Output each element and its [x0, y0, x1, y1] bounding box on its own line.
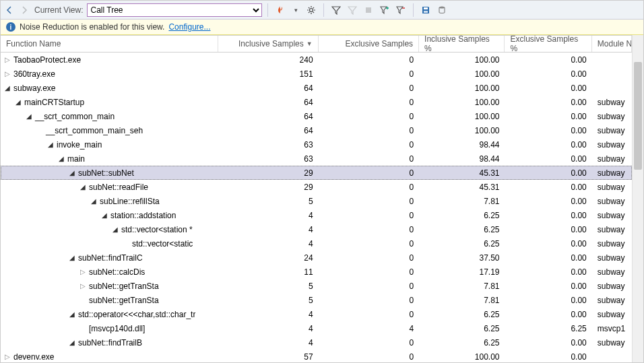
- current-view-label: Current View:: [33, 5, 84, 15]
- exclusive-samples: 0: [319, 197, 419, 206]
- inclusive-pct: 6.25: [419, 225, 505, 234]
- header-function-name[interactable]: Function Name: [1, 36, 218, 52]
- module-name: subway: [592, 253, 632, 263]
- tree-row[interactable]: ▷subNet::getTranSta507.810.00subway: [1, 293, 632, 307]
- expander-open-icon[interactable]: ◢: [14, 98, 22, 106]
- vertical-scrollbar[interactable]: [632, 35, 643, 362]
- tree-row[interactable]: ◢subLine::refillSta507.810.00subway: [1, 194, 632, 208]
- tree-row[interactable]: ◢subNet::findTrailC24037.500.00subway: [1, 251, 632, 265]
- header-module-name[interactable]: Module N: [592, 36, 632, 52]
- scrollbar-thumb[interactable]: [634, 62, 642, 170]
- svg-rect-1: [366, 7, 371, 13]
- expander-open-icon[interactable]: ◢: [68, 339, 75, 346]
- function-name: subway.exe: [13, 84, 55, 93]
- arrow-right-icon: [20, 6, 28, 14]
- expander-open-icon[interactable]: ◢: [68, 254, 75, 261]
- tree-row[interactable]: ◢station::addstation406.250.00subway: [1, 208, 632, 222]
- inclusive-pct: 100.00: [419, 84, 505, 93]
- exclusive-pct: 0.00: [505, 310, 591, 319]
- save-button[interactable]: [419, 3, 432, 17]
- expander-open-icon[interactable]: ◢: [3, 84, 11, 92]
- expander-open-icon[interactable]: ◢: [90, 197, 97, 205]
- expander-open-icon[interactable]: ◢: [100, 211, 108, 219]
- tree-row[interactable]: ◢subway.exe640100.000.00: [1, 81, 632, 95]
- expander-open-icon[interactable]: ◢: [79, 183, 86, 191]
- function-name: __scrt_common_main_seh: [46, 126, 143, 135]
- expander-open-icon[interactable]: ◢: [68, 169, 75, 176]
- tree-row[interactable]: ▷subNet::calcDis11017.190.00subway: [1, 265, 632, 279]
- tree-row[interactable]: ▷TaobaoProtect.exe2400100.000.00: [1, 53, 632, 67]
- hot-path-dropdown[interactable]: ▾: [290, 4, 302, 16]
- nav-back-button[interactable]: [3, 4, 15, 16]
- expander-closed-icon[interactable]: ▷: [3, 56, 11, 63]
- exclusive-pct: 0.00: [505, 338, 591, 348]
- exclusive-pct: 0.00: [505, 183, 591, 192]
- expander-closed-icon[interactable]: ▷: [79, 282, 86, 290]
- export-button[interactable]: [435, 3, 449, 17]
- exclusive-pct: 0.00: [505, 296, 591, 305]
- inclusive-pct: 100.00: [419, 69, 505, 79]
- function-name: subNet::subNet: [78, 168, 134, 178]
- settings-button[interactable]: [304, 3, 318, 17]
- tree-row[interactable]: ▷__scrt_common_main_seh640100.000.00subw…: [1, 123, 632, 137]
- expander-open-icon[interactable]: ◢: [111, 226, 119, 233]
- save-icon: [421, 5, 430, 15]
- exclusive-pct: 0.00: [505, 239, 591, 249]
- tree-row[interactable]: ◢mainCRTStartup640100.000.00subway: [1, 95, 632, 109]
- header-inclusive-samples[interactable]: Inclusive Samples▼: [218, 36, 318, 52]
- tree-row[interactable]: ◢subNet::readFile29045.310.00subway: [1, 180, 632, 194]
- current-view-select[interactable]: Call Tree: [87, 3, 262, 17]
- header-inclusive-pct[interactable]: Inclusive Samples %: [419, 36, 505, 52]
- filter-remove-button[interactable]: [394, 3, 408, 17]
- funnel-icon: [331, 5, 341, 15]
- filter-button[interactable]: [329, 3, 343, 17]
- nav-forward-button[interactable]: [18, 4, 30, 16]
- filter-add-button[interactable]: [378, 3, 391, 17]
- module-name: subway: [592, 112, 632, 121]
- inclusive-samples: 5: [218, 282, 319, 291]
- tree-row[interactable]: ◢main63098.440.00subway: [1, 152, 632, 166]
- tree-row[interactable]: ◢std::operator<<<char,std::char_tr406.25…: [1, 307, 632, 321]
- configure-link[interactable]: Configure...: [168, 22, 210, 32]
- tree-row[interactable]: ◢__scrt_common_main640100.000.00subway: [1, 109, 632, 123]
- hot-path-button[interactable]: [273, 3, 287, 17]
- tree-row[interactable]: ◢subNet::subNet29045.310.00subway: [1, 166, 632, 180]
- tree-row[interactable]: ▷std::vector<static406.250.00subway: [1, 236, 632, 251]
- tree-row[interactable]: ▷[msvcp140d.dll]446.256.25msvcp1: [1, 321, 632, 335]
- tree-row[interactable]: ◢invoke_main63098.440.00subway: [1, 137, 632, 152]
- inclusive-samples: 4: [218, 225, 319, 234]
- function-name: subNet::calcDis: [89, 267, 145, 277]
- expander-open-icon[interactable]: ◢: [68, 310, 75, 318]
- stop-button[interactable]: [362, 3, 375, 17]
- exclusive-pct: 0.00: [505, 154, 591, 164]
- expander-closed-icon[interactable]: ▷: [79, 268, 86, 275]
- function-name: invoke_main: [57, 140, 102, 150]
- exclusive-samples: 0: [319, 267, 419, 277]
- svg-point-4: [439, 6, 445, 8]
- expander-open-icon[interactable]: ◢: [46, 141, 54, 148]
- tree-row[interactable]: ◢subNet::findTrailB406.250.00subway: [1, 335, 632, 350]
- exclusive-pct: 0.00: [505, 267, 591, 277]
- expander-closed-icon[interactable]: ▷: [3, 353, 11, 360]
- tree-row[interactable]: ▷devenv.exe570100.000.00: [1, 350, 632, 362]
- header-exclusive-pct[interactable]: Exclusive Samples %: [505, 36, 591, 52]
- exclusive-pct: 0.00: [505, 282, 591, 291]
- expander-open-icon[interactable]: ◢: [57, 155, 65, 162]
- exclusive-samples: 0: [319, 225, 419, 234]
- module-name: subway: [592, 197, 632, 206]
- header-exclusive-samples[interactable]: Exclusive Samples: [319, 36, 419, 52]
- module-name: subway: [592, 211, 632, 220]
- filter-clear-button[interactable]: [346, 3, 359, 17]
- module-name: subway: [592, 225, 632, 234]
- exclusive-samples: 0: [319, 239, 419, 249]
- expander-closed-icon[interactable]: ▷: [3, 70, 11, 77]
- call-tree-grid: Function Name Inclusive Samples▼ Exclusi…: [1, 35, 632, 362]
- exclusive-pct: 0.00: [505, 197, 591, 206]
- expander-open-icon[interactable]: ◢: [25, 112, 32, 120]
- function-name: subNet::readFile: [89, 183, 148, 192]
- tree-row[interactable]: ◢std::vector<station *406.250.00subway: [1, 222, 632, 236]
- tree-row[interactable]: ▷360tray.exe1510100.000.00: [1, 67, 632, 81]
- stop-icon: [364, 6, 373, 14]
- tree-row[interactable]: ▷subNet::getTranSta507.810.00subway: [1, 279, 632, 293]
- exclusive-pct: 0.00: [505, 140, 591, 150]
